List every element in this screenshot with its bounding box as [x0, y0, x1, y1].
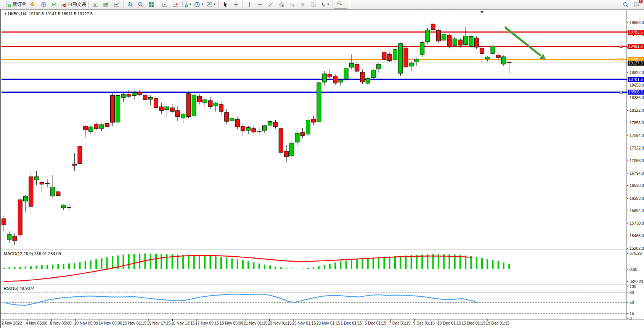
- chart-shift-button[interactable]: [170, 0, 181, 9]
- time-axis-label: 17 Nov 09:15: [195, 321, 219, 325]
- price-line-label[interactable]: 18508.5: [628, 90, 644, 95]
- zoom-in-button[interactable]: [125, 0, 135, 9]
- zoom-out-icon: [138, 2, 144, 8]
- dropdown-arrow-icon: ▼: [327, 3, 330, 6]
- zoom-out-button[interactable]: [135, 0, 146, 9]
- trendline-icon: [268, 2, 274, 8]
- period-button[interactable]: ▼: [193, 0, 205, 9]
- profiles-button[interactable]: [38, 0, 49, 9]
- timeframe-button-h1[interactable]: H1: [334, 0, 347, 8]
- time-axis-label: 1 Dec 01:15: [340, 321, 362, 325]
- price-axis-tick: 15202.0: [630, 246, 644, 251]
- vertical-line-button[interactable]: [244, 0, 255, 9]
- price-axis-tick: 16794.0: [630, 171, 644, 175]
- notifications-button[interactable]: 1: [631, 0, 642, 9]
- price-axis-tick: 16530.0: [630, 183, 644, 188]
- text-button[interactable]: A: [297, 0, 308, 9]
- notification-badge: 1: [638, 0, 643, 4]
- rsi-axis-tick: 50: [630, 300, 634, 305]
- time-axis-label: 16 Nov 13:15: [171, 321, 195, 325]
- rsi-axis-tick: 80: [630, 290, 634, 295]
- macd-axis-tick: -520.23: [630, 279, 643, 284]
- indicators-button[interactable]: ▼: [205, 0, 217, 9]
- time-axis-label: 2 Nov 2022: [2, 321, 22, 325]
- svg-text:T: T: [312, 3, 314, 6]
- clock-icon: [194, 2, 200, 8]
- time-axis-label: 7 Dec 01:15: [389, 321, 411, 325]
- dropdown-arrow-icon: ▼: [189, 3, 192, 6]
- main-toolbar: 新订单 自动交易: [0, 0, 644, 9]
- time-axis-label: 14 Nov 05:00: [98, 321, 122, 325]
- metatrader-window: 新订单 自动交易: [0, 0, 644, 328]
- search-icon: [623, 2, 629, 8]
- time-axis-label: 8 Nov 05:00: [50, 321, 72, 325]
- price-line-label[interactable]: 18781.6: [628, 77, 644, 82]
- new-order-icon: [5, 2, 11, 8]
- bar-chart-button[interactable]: [90, 0, 101, 9]
- fibonacci-button[interactable]: F: [287, 0, 297, 9]
- profiles-icon: [40, 2, 47, 8]
- auto-scroll-button[interactable]: [159, 0, 170, 9]
- tile-windows-button[interactable]: [146, 0, 157, 9]
- price-axis-tick: 17058.0: [630, 158, 644, 163]
- chart-area[interactable]: ▼ HK50-,H4 19100.5 19141.5 18911.5 19127…: [0, 9, 644, 328]
- trendline-button[interactable]: [265, 0, 276, 9]
- time-axis-label: 18 Nov 05:00: [220, 321, 243, 325]
- templates-button[interactable]: ▼: [181, 0, 193, 9]
- toolbar-separator: [123, 1, 124, 8]
- time-axis-label: 23 Nov 01:15: [268, 321, 292, 325]
- signals-button[interactable]: [49, 0, 59, 9]
- horizontal-line-icon: [257, 2, 263, 8]
- time-axis-label: 5 Dec 01:15: [365, 321, 387, 325]
- rsi-axis-tick: 100: [630, 284, 636, 289]
- price-axis-tick: 15994.0: [630, 208, 644, 213]
- time-axis-label: 10 Nov 05:00: [74, 321, 98, 325]
- price-line-label[interactable]: 19783.6: [628, 30, 644, 35]
- crosshair-button[interactable]: [231, 0, 241, 9]
- market-depth-icon: [30, 2, 36, 8]
- price-axis-tick: 18122.0: [630, 108, 644, 113]
- time-axis-label: 29 Nov 01:15: [316, 321, 340, 325]
- fibonacci-icon: F: [289, 2, 295, 8]
- chart-title: ▼ HK50-,H4 19100.5 19141.5 18911.5 19127…: [4, 11, 93, 16]
- chart-dropdown-icon[interactable]: ▼: [4, 12, 7, 16]
- market-depth-button[interactable]: [27, 0, 38, 9]
- dropdown-arrow-icon: ▼: [213, 3, 216, 6]
- rsi-indicator-label: RSI(15) 48.9074: [4, 286, 35, 291]
- arrows-button[interactable]: ▼: [319, 0, 331, 9]
- dropdown-arrow-icon: ▼: [201, 3, 204, 6]
- time-axis-label: 21 Nov 01:15: [244, 321, 267, 325]
- rsi-axis-tick: 0: [630, 316, 632, 321]
- autotrade-icon: [61, 2, 67, 8]
- equidistant-channel-button[interactable]: E: [276, 0, 287, 9]
- macd-axis-tick: 670.28: [630, 251, 642, 256]
- macd-indicator-label: MACD(12,26,9) 136.91 264.09: [4, 251, 61, 256]
- price-axis-tick: 15466.0: [630, 233, 644, 238]
- price-chart-canvas[interactable]: [1, 10, 644, 328]
- price-line-label[interactable]: 19481.9: [628, 44, 644, 49]
- candle-chart-button[interactable]: [101, 0, 111, 9]
- cursor-button[interactable]: [220, 0, 231, 9]
- price-axis-tick: 18386.0: [630, 95, 644, 100]
- new-order-button[interactable]: 新订单: [4, 0, 27, 9]
- time-axis-label: 13 Dec 01:15: [437, 321, 461, 325]
- price-axis-tick: 17594.0: [630, 133, 644, 138]
- zoom-in-icon: [127, 2, 133, 8]
- price-axis-tick: 17322.0: [630, 146, 644, 150]
- search-button[interactable]: [620, 0, 631, 9]
- chart-symbol-period: HK50-,H4: [8, 11, 26, 16]
- price-axis-tick: 17858.0: [630, 121, 644, 125]
- autotrade-button[interactable]: 自动交易: [59, 0, 87, 9]
- horizontal-line-button[interactable]: [255, 0, 265, 9]
- text-label-button[interactable]: T: [308, 0, 319, 9]
- autotrade-label: 自动交易: [68, 1, 86, 8]
- toolbar-separator: [243, 1, 243, 8]
- svg-text:F: F: [293, 5, 294, 8]
- macd-axis-tick: 0.00: [630, 267, 637, 272]
- toolbar-grip[interactable]: [1, 2, 3, 8]
- time-axis-label: 19 Dec 01:15: [486, 321, 509, 325]
- line-chart-button[interactable]: [111, 0, 122, 9]
- auto-scroll-icon: [162, 2, 168, 8]
- time-axis-label: 25 Nov 01:15: [292, 321, 316, 325]
- signals-icon: [51, 2, 57, 8]
